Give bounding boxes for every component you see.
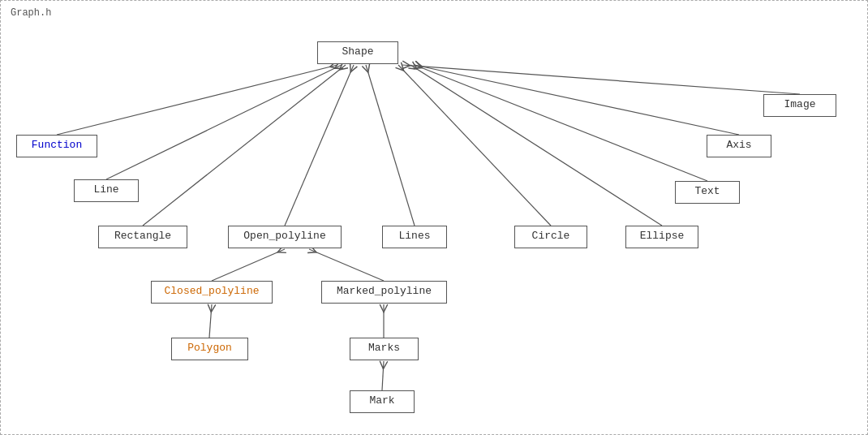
node-line: Line <box>74 179 139 202</box>
svg-line-0 <box>57 65 337 135</box>
node-axis: Axis <box>707 135 771 157</box>
svg-line-12 <box>209 304 212 338</box>
svg-line-2 <box>143 65 346 226</box>
svg-line-10 <box>212 249 285 281</box>
node-closed-polyline: Closed_polyline <box>151 281 273 304</box>
node-marked-polyline: Marked_polyline <box>321 281 447 304</box>
svg-line-6 <box>410 65 662 226</box>
svg-line-8 <box>415 65 739 135</box>
node-function: Function <box>16 135 97 157</box>
node-circle: Circle <box>514 226 587 248</box>
node-text: Text <box>675 181 740 204</box>
node-image: Image <box>763 94 836 117</box>
svg-line-3 <box>285 65 354 226</box>
node-marks: Marks <box>350 338 419 360</box>
svg-line-9 <box>402 65 800 94</box>
svg-line-5 <box>398 65 551 226</box>
svg-line-1 <box>106 65 342 179</box>
node-rectangle: Rectangle <box>98 226 187 248</box>
node-ellipse: Ellipse <box>625 226 698 248</box>
svg-line-4 <box>366 65 415 226</box>
diagram-container: Graph.h <box>0 0 868 435</box>
node-polygon: Polygon <box>171 338 248 360</box>
node-mark: Mark <box>350 390 415 413</box>
svg-line-11 <box>309 249 384 281</box>
svg-line-7 <box>415 65 707 181</box>
node-shape: Shape <box>317 41 398 64</box>
svg-line-14 <box>382 361 384 390</box>
arrows-svg <box>1 1 868 435</box>
node-lines: Lines <box>382 226 447 248</box>
file-label: Graph.h <box>11 7 51 19</box>
node-open-polyline: Open_polyline <box>228 226 342 248</box>
